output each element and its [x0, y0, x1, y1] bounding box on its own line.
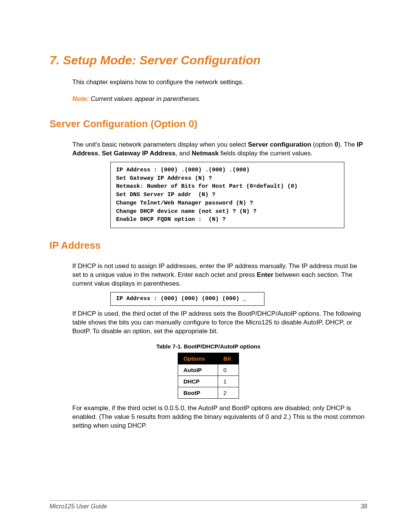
text-segment: The unit's basic network parameters disp…	[72, 141, 248, 148]
table-row: BootP 2	[178, 387, 239, 399]
text-bold: Set Gateway IP Address	[102, 150, 175, 157]
text-segment: ). The	[338, 141, 357, 148]
ip-paragraph-1: If DHCP is not used to assign IP address…	[72, 262, 367, 288]
cell-option: AutoIP	[178, 364, 218, 376]
table-header-row: Options Bit	[178, 353, 239, 364]
text-segment: (option	[311, 141, 335, 148]
th-bit: Bit	[218, 353, 239, 364]
cell-option: DHCP	[178, 376, 218, 387]
footer: Micro125 User Guide 38	[49, 500, 367, 510]
section-server-config-heading: Server Configuration (Option 0)	[49, 118, 367, 130]
code-block-server-config: IP Address : (000) .(000) .(000) .(000) …	[110, 162, 344, 228]
options-table: Options Bit AutoIP 0 DHCP 1 BootP 2	[178, 353, 239, 399]
chapter-title: 7. Setup Mode: Server Configuration	[49, 53, 367, 67]
server-config-paragraph: The unit's basic network parameters disp…	[72, 141, 367, 158]
code-block-ip: IP Address : (000) (000) (000) (000) _	[110, 292, 264, 306]
section-ip-address-heading: IP Address	[49, 240, 367, 251]
footer-left: Micro125 User Guide	[49, 503, 107, 510]
text-bold: Server configuration	[248, 141, 311, 148]
text-bold: 0	[335, 141, 338, 148]
text-bold: Netmask	[192, 150, 219, 157]
cell-option: BootP	[178, 387, 218, 399]
text-segment: fields display the current values.	[219, 150, 313, 157]
table-caption: Table 7-1. BootP/DHCP/AutoIP options	[49, 343, 367, 350]
table-row: AutoIP 0	[178, 364, 239, 376]
footer-page-number: 38	[360, 503, 367, 510]
cell-bit: 0	[218, 364, 239, 376]
note-label: Note:	[72, 95, 89, 102]
ip-paragraph-3: For example, if the third octet is 0.0.5…	[72, 404, 367, 430]
intro-paragraph: This chapter explains how to configure t…	[72, 78, 367, 87]
text-bold: Enter	[257, 271, 273, 278]
note-text: Current values appear in parentheses.	[89, 95, 201, 102]
table-row: DHCP 1	[178, 376, 239, 387]
page: 7. Setup Mode: Server Configuration This…	[0, 0, 411, 532]
cell-bit: 1	[218, 376, 239, 387]
note: Note: Current values appear in parenthes…	[72, 95, 367, 103]
text-segment: , and	[175, 150, 192, 157]
th-options: Options	[178, 353, 218, 364]
cell-bit: 2	[218, 387, 239, 399]
ip-paragraph-2: If DHCP is used, the third octet of the …	[72, 310, 367, 336]
